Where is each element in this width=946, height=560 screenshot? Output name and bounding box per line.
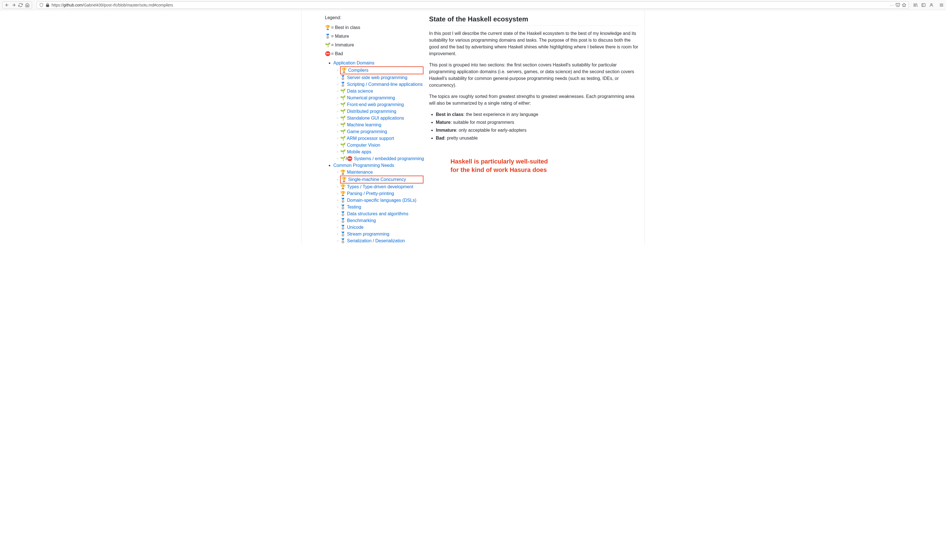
rating-list: Best in class: the best experience in an… bbox=[429, 111, 641, 142]
legend-item: ⛔ = Bad bbox=[325, 51, 429, 56]
url-text: https://github.com/Gabriel439/post-rfc/b… bbox=[51, 3, 888, 7]
toc-item-icon: 🥈 bbox=[340, 75, 347, 80]
svg-rect-0 bbox=[922, 3, 925, 6]
toc-link[interactable]: ARM processor support bbox=[347, 136, 394, 141]
toc-link[interactable]: Parsing / Pretty-printing bbox=[347, 191, 394, 196]
toc-item-icon: 🌱/⛔ bbox=[340, 156, 354, 161]
rating-description: : the best experience in any language bbox=[464, 112, 538, 117]
toc-link[interactable]: Server-side web programming bbox=[347, 75, 407, 80]
article-paragraph: In this post I will describe the current… bbox=[429, 30, 641, 57]
legend-item: 🏆 = Best in class bbox=[325, 25, 429, 30]
toc-item: 🥈 Domain-specific languages (DSLs) bbox=[337, 197, 429, 204]
toc-link[interactable]: Stream programming bbox=[347, 232, 389, 236]
toc-item: 🥈 Stream programming bbox=[337, 231, 429, 237]
toc-item: 🌱 Numerical programming bbox=[337, 95, 429, 101]
toc-link[interactable]: Mobile apps bbox=[347, 149, 371, 154]
toc-item: 🥈 Serialization / Deserialization bbox=[337, 237, 429, 244]
home-button[interactable] bbox=[25, 2, 30, 8]
bookmark-star-icon[interactable] bbox=[902, 3, 906, 7]
toc-item: 🥈 Benchmarking bbox=[337, 217, 429, 224]
toc-link[interactable]: Numerical programming bbox=[347, 95, 395, 100]
toc-link[interactable]: Machine learning bbox=[347, 122, 382, 127]
toc-link[interactable]: Data structures and algorithms bbox=[347, 211, 408, 216]
toc-item-icon: 🏆 bbox=[340, 184, 347, 189]
toc-link[interactable]: Serialization / Deserialization bbox=[347, 238, 405, 243]
toc-item-icon: 🥈 bbox=[340, 205, 347, 209]
legend-item-label: = Immature bbox=[331, 43, 354, 48]
reload-icon bbox=[18, 3, 23, 7]
rating-name: Mature bbox=[436, 120, 450, 125]
toc-link[interactable]: Single-machine Concurrency bbox=[348, 177, 406, 182]
toc-item-icon: 🌱 bbox=[340, 109, 347, 114]
toc-link[interactable]: Systems / embedded programming bbox=[354, 156, 424, 161]
toc-item-icon: 🥈 bbox=[340, 198, 347, 203]
toc-item-icon: 🌱 bbox=[340, 89, 347, 94]
toc-item-icon: 🌱 bbox=[340, 129, 347, 134]
toc-item: 🏆 Single-machine Concurrency bbox=[337, 175, 429, 183]
toc-item-icon: 🏆 bbox=[341, 177, 348, 182]
toc-item-icon: 🌱 bbox=[340, 102, 347, 107]
rating-name: Bad bbox=[436, 135, 444, 140]
url-bar[interactable]: https://github.com/Gabriel439/post-rfc/b… bbox=[37, 2, 909, 9]
browser-right-icons bbox=[913, 3, 944, 7]
toc-link[interactable]: Data science bbox=[347, 89, 373, 94]
toc-link[interactable]: Domain-specific languages (DSLs) bbox=[347, 198, 416, 203]
toc-item-icon: 🌱 bbox=[340, 136, 347, 141]
toc-link[interactable]: Unicode bbox=[347, 225, 364, 230]
toc-item-icon: 🥈 bbox=[340, 218, 347, 223]
toc-item-icon: 🏆 bbox=[340, 170, 347, 174]
arrow-left-icon bbox=[5, 3, 9, 7]
toc-link[interactable]: Standalone GUI applications bbox=[347, 115, 404, 120]
menu-icon[interactable] bbox=[939, 3, 944, 7]
toc-link[interactable]: Testing bbox=[347, 205, 361, 209]
toc-item-icon: 🥈 bbox=[340, 225, 347, 230]
pocket-icon[interactable] bbox=[895, 3, 900, 7]
back-button[interactable] bbox=[4, 2, 10, 8]
rating-item: Mature: suitable for most programmers bbox=[436, 119, 641, 126]
toc-item-icon: 🌱 bbox=[340, 115, 347, 120]
lock-icon bbox=[45, 3, 50, 7]
toc-link[interactable]: Maintenance bbox=[347, 170, 373, 174]
toc-item-icon: 🥈 bbox=[340, 82, 347, 87]
toc-item: 🥈 Testing bbox=[337, 204, 429, 211]
rating-item: Bad: pretty unusable bbox=[436, 135, 641, 142]
rating-item: Immature: only acceptable for early-adop… bbox=[436, 127, 641, 134]
toc-link[interactable]: Scripting / Command-line applications bbox=[347, 82, 423, 87]
nav-button-group bbox=[2, 2, 32, 9]
toc-link[interactable]: Benchmarking bbox=[347, 218, 376, 223]
library-icon[interactable] bbox=[913, 3, 918, 7]
rating-description: : suitable for most programmers bbox=[450, 120, 514, 125]
shield-icon bbox=[39, 3, 44, 7]
toc-item-icon: 🥈 bbox=[340, 238, 347, 243]
legend-item-label: = Bad bbox=[331, 51, 343, 56]
toc-link[interactable]: Computer Vision bbox=[347, 143, 381, 148]
trophy-icon: 🏆 bbox=[325, 25, 331, 30]
reload-button[interactable] bbox=[18, 2, 23, 8]
highlight-box: 🏆 Single-machine Concurrency bbox=[340, 175, 424, 183]
toc-item: 🥈 Unicode bbox=[337, 224, 429, 231]
sidebar-icon[interactable] bbox=[921, 3, 926, 7]
toc-section-common-programming-needs[interactable]: Common Programming Needs bbox=[333, 163, 394, 168]
toc-item: 🌱 Data science bbox=[337, 88, 429, 95]
toc-item: 🌱 Game programming bbox=[337, 128, 429, 135]
svg-point-1 bbox=[931, 3, 932, 5]
toc-link[interactable]: Front-end web programming bbox=[347, 102, 404, 107]
toc-link[interactable]: Compilers bbox=[348, 68, 368, 72]
toc-item: 🏆 Types / Type-driven development bbox=[337, 183, 429, 190]
page-actions-icon[interactable]: ··· bbox=[890, 3, 894, 7]
highlight-box: 🏆 Compilers bbox=[340, 66, 424, 74]
toc-item-icon: 🌱 bbox=[340, 122, 347, 127]
toc-item-icon: 🌱 bbox=[340, 149, 347, 154]
legend-item: 🥈 = Mature bbox=[325, 34, 429, 39]
account-icon[interactable] bbox=[929, 3, 934, 7]
toc-link[interactable]: Types / Type-driven development bbox=[347, 184, 413, 189]
rating-name: Immature bbox=[436, 128, 456, 132]
table-of-contents: Legend: 🏆 = Best in class 🥈 = Mature 🌱 =… bbox=[325, 15, 429, 244]
toc-link[interactable]: Distributed programming bbox=[347, 109, 396, 114]
seedling-icon: 🌱 bbox=[325, 42, 331, 48]
toc-item: 🏆 Parsing / Pretty-printing bbox=[337, 190, 429, 197]
toc-link[interactable]: Game programming bbox=[347, 129, 387, 134]
toc-section-application-domains[interactable]: Application Domains bbox=[333, 60, 374, 65]
rating-description: : pretty unusable bbox=[444, 135, 478, 140]
forward-button[interactable] bbox=[11, 2, 17, 8]
